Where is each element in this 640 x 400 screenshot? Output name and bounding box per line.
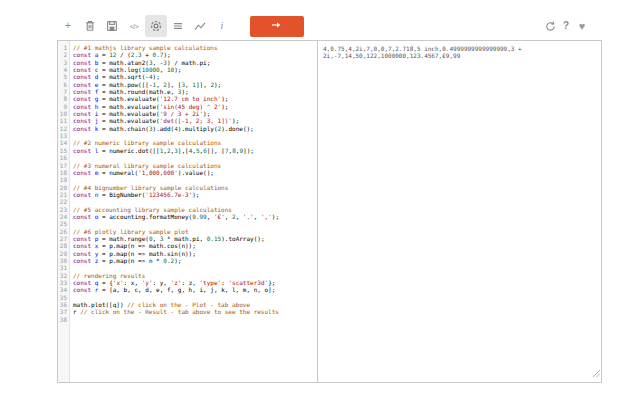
refresh-button[interactable] — [542, 15, 558, 37]
output-text: 4,0.75,4,2i,7,0,0,7,2.718,5 inch,0.49999… — [318, 41, 601, 63]
question-icon: ? — [563, 21, 569, 31]
help-button[interactable]: ? — [558, 15, 574, 37]
gear-icon — [149, 19, 163, 33]
heart-icon: ♥ — [579, 21, 586, 32]
run-icon — [269, 17, 285, 35]
settings-button[interactable] — [145, 15, 167, 37]
line-numbers: 1234567891011121314151617181920212223242… — [58, 41, 70, 382]
code-button[interactable]: </> — [123, 15, 145, 37]
output-panel[interactable]: 4,0.75,4,2i,7,0,0,7,2.718,5 inch,0.49999… — [318, 41, 601, 382]
chart-icon — [193, 19, 207, 33]
save-button[interactable] — [101, 15, 123, 37]
refresh-icon — [544, 20, 557, 33]
run-button[interactable] — [250, 16, 304, 37]
code-icon: </> — [130, 23, 139, 30]
trash-icon — [83, 19, 97, 33]
info-button[interactable]: i — [211, 15, 233, 37]
info-icon: i — [221, 21, 224, 31]
delete-button[interactable] — [79, 15, 101, 37]
code-lines[interactable]: // #1 mathjs library sample calculations… — [70, 41, 317, 382]
workspace: 1234567891011121314151617181920212223242… — [57, 40, 602, 383]
plus-icon: + — [65, 21, 71, 31]
code-editor[interactable]: 1234567891011121314151617181920212223242… — [58, 41, 318, 382]
toolbar: + </> — [57, 14, 602, 38]
plot-button[interactable] — [189, 15, 211, 37]
new-button[interactable]: + — [57, 15, 79, 37]
results-button[interactable] — [167, 15, 189, 37]
list-icon — [171, 19, 185, 33]
favorite-button[interactable]: ♥ — [574, 15, 590, 37]
toolbar-right-group: ? ♥ — [542, 15, 590, 37]
resize-handle-icon[interactable] — [591, 363, 600, 381]
save-icon — [105, 19, 119, 33]
